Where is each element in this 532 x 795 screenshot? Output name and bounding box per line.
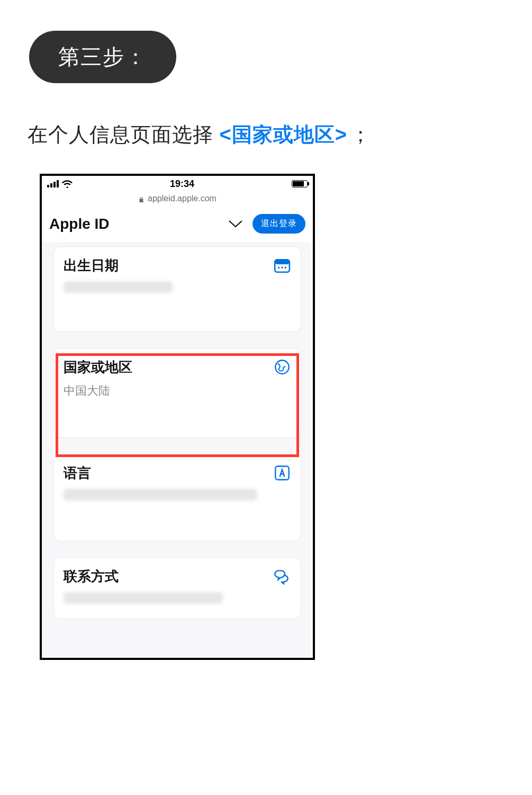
card-contact-title: 联系方式 [64,567,291,586]
card-country-value: 中国大陆 [64,383,291,399]
chevron-down-icon[interactable] [228,220,243,228]
signout-button[interactable]: 退出登录 [253,214,305,234]
svg-point-5 [275,360,289,374]
card-language[interactable]: 语言 [53,454,301,541]
redacted-text [64,592,223,604]
step-badge: 第三步： [29,31,176,83]
language-icon [273,464,291,482]
card-birth-date[interactable]: 出生日期 [53,246,301,332]
redacted-text [64,489,257,501]
step-label: 第三步： [58,45,147,68]
instruction-suffix: ； [350,123,371,146]
instruction-prefix: 在个人信息页面选择 [28,123,220,146]
header-right: 退出登录 [228,214,305,234]
svg-point-2 [278,267,279,269]
status-bar: 19:34 [42,176,313,192]
redacted-text [64,281,173,293]
signal-icon [47,180,59,187]
svg-rect-1 [275,260,290,264]
card-language-title: 语言 [64,464,291,483]
card-contact[interactable]: 联系方式 [53,557,301,619]
url-text: appleid.apple.com [148,194,217,203]
battery-icon [292,180,308,187]
instruction-text: 在个人信息页面选择 <国家或地区>； [28,121,532,148]
status-right [292,180,308,187]
svg-point-3 [281,267,283,269]
page-header: Apple ID 退出登录 [42,204,313,242]
instruction-highlight: <国家或地区> [220,123,347,146]
phone-frame: 19:34 appleid.apple.com Apple ID 退出登录 出生… [40,174,315,660]
chat-icon [273,567,291,585]
status-left [47,180,73,187]
content-area: 出生日期 国家或地区 中国大陆 语言 联系方式 [42,242,313,660]
card-country-title: 国家或地区 [64,358,291,377]
svg-point-4 [285,267,286,269]
card-country-region[interactable]: 国家或地区 中国大陆 [53,348,301,438]
lock-icon [138,195,145,202]
card-birth-title: 出生日期 [64,256,291,275]
page-title: Apple ID [49,216,110,233]
globe-icon [273,358,291,376]
calendar-icon [273,256,291,274]
wifi-icon [62,180,73,187]
status-time: 19:34 [170,178,194,190]
url-bar: appleid.apple.com [42,193,313,204]
